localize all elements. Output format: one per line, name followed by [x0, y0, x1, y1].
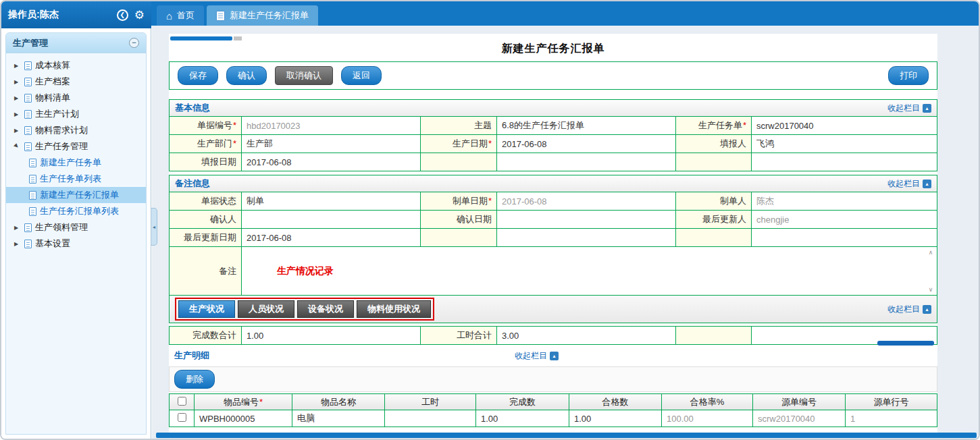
tab-production-status[interactable]: 生产状况: [178, 300, 235, 318]
remark-info-collapse-link[interactable]: 收起栏目 ▴: [887, 178, 931, 190]
last-updater-value: chengjie: [752, 211, 937, 229]
sidebar-item-material-requisition[interactable]: ▶ 生产领料管理: [6, 219, 146, 236]
sidebar-item-label: 生产任务汇报单列表: [40, 205, 119, 217]
dept-value[interactable]: 生产部: [242, 135, 421, 153]
form-row: 单据编号* hbd20170023 主题 6.8的生产任务汇报单 生产任务单* …: [170, 117, 937, 135]
status-collapse-link[interactable]: 收起栏目 ▴: [887, 304, 931, 315]
tab-equipment-status[interactable]: 设备状况: [297, 300, 354, 318]
tab-personnel-status[interactable]: 人员状况: [238, 300, 294, 318]
sidebar-item-cost-accounting[interactable]: ▶ 成本核算: [6, 57, 146, 74]
sidebar-item-master-production-plan[interactable]: ▶ 主生产计划: [6, 106, 146, 122]
form-row: 完成数合计 1.00 工时合计 3.00: [170, 327, 937, 345]
confirm-button[interactable]: 确认: [226, 66, 267, 85]
back-button[interactable]: 返回: [341, 66, 382, 85]
scrollbar-button[interactable]: [234, 36, 242, 40]
tab-home[interactable]: ⌂ 首页: [157, 5, 204, 26]
horizontal-scrollbar[interactable]: [170, 36, 936, 40]
select-all-cell: [170, 394, 195, 410]
document-icon: [24, 110, 32, 119]
save-button[interactable]: 保存: [178, 66, 218, 85]
app-window: 操作员:陈杰 ❮ ⚙ ⌂ 首页 新建生产任务汇报单 生产管理 − ▶: [0, 0, 980, 440]
work-hours-cell[interactable]: [385, 410, 476, 427]
note-textarea[interactable]: 生产情况记录 ∧∨: [242, 247, 937, 296]
confirm-date-value: [497, 211, 676, 229]
sidebar-item-mrp[interactable]: ▶ 物料需求计划: [6, 122, 146, 138]
subject-value[interactable]: 6.8的生产任务汇报单: [497, 117, 676, 135]
document-icon: [24, 126, 32, 135]
sidebar-item-task-management[interactable]: ▶ 生产任务管理: [6, 138, 146, 155]
delete-button[interactable]: 删除: [174, 370, 215, 389]
sidebar-item-basic-settings[interactable]: ▶ 基本设置: [6, 236, 146, 252]
prod-date-value[interactable]: 2017-06-08: [497, 135, 676, 153]
detail-collapse-link[interactable]: 收起栏目 ▴: [515, 350, 559, 362]
confirmer-value: [242, 211, 421, 229]
select-all-checkbox[interactable]: [178, 397, 186, 406]
back-icon[interactable]: ❮: [117, 9, 128, 21]
sidebar-item-production-archives[interactable]: ▶ 生产档案: [6, 74, 146, 90]
source-doc-no-cell: scrw20170040: [753, 410, 846, 427]
task-no-value[interactable]: scrw20170040: [752, 117, 937, 135]
cancel-confirm-button[interactable]: 取消确认: [275, 66, 333, 85]
scroll-up-icon[interactable]: ∧: [929, 249, 933, 256]
detail-table: 物品编号* 物品名称 工时 完成数 合格数 合格率% 源单编号 源单行号 WPB…: [169, 393, 937, 427]
sidebar-item-new-task-report[interactable]: 新建生产任务汇报单: [6, 187, 146, 203]
sidebar-item-label: 生产领料管理: [35, 221, 88, 233]
gear-icon[interactable]: ⚙: [134, 9, 145, 21]
task-no-label: 生产任务单*: [676, 117, 752, 135]
titlebar-icons: ❮ ⚙: [117, 9, 145, 21]
form-row: 单据状态 制单 制单日期* 2017-06-08 制单人 陈杰: [170, 192, 937, 211]
sidebar-item-bom[interactable]: ▶ 物料清单: [6, 90, 146, 106]
totals-section: 完成数合计 1.00 工时合计 3.00: [169, 326, 937, 345]
remark-info-table: 单据状态 制单 制单日期* 2017-06-08 制单人 陈杰 确认人 确认日期…: [169, 192, 937, 296]
document-icon: [24, 142, 32, 151]
required-asterisk: *: [488, 138, 492, 148]
expanded-arrow-icon: ▶: [13, 142, 22, 150]
reporter-label: 填报人: [676, 135, 752, 153]
expand-arrow-icon: ▶: [14, 63, 21, 69]
item-name-cell[interactable]: 电脑: [292, 410, 385, 427]
scrollbar-thumb[interactable]: [170, 36, 232, 40]
tab-new-task-report[interactable]: 新建生产任务汇报单: [207, 5, 318, 26]
document-icon: [29, 207, 36, 216]
item-code-cell[interactable]: WPBH000005: [195, 410, 292, 427]
empty-label-cell: [676, 153, 752, 171]
sidebar-item-label: 新建生产任务汇报单: [40, 189, 119, 201]
expand-arrow-icon: ▶: [14, 111, 21, 117]
titlebar: 操作员:陈杰 ❮ ⚙: [1, 1, 151, 28]
completed-qty-cell[interactable]: 1.00: [476, 410, 569, 427]
sidebar-item-new-task[interactable]: 新建生产任务单: [6, 155, 146, 171]
empty-value-cell: [752, 153, 937, 171]
sidebar-collapse-handle[interactable]: ◂: [151, 208, 157, 246]
dept-label: 生产部门*: [170, 135, 242, 153]
col-completed-qty: 完成数: [476, 394, 569, 410]
scroll-down-icon[interactable]: ∨: [929, 286, 933, 293]
print-button[interactable]: 打印: [888, 66, 929, 85]
note-scrollbar[interactable]: ∧∨: [926, 249, 935, 293]
collapse-panel-icon[interactable]: −: [129, 38, 139, 48]
reporter-value[interactable]: 飞鸿: [752, 135, 937, 153]
create-date-label: 制单日期*: [421, 192, 497, 211]
qualified-qty-cell[interactable]: 1.00: [569, 410, 662, 427]
basic-info-section-header: 基本信息 收起栏目 ▴: [169, 99, 937, 116]
content-card: 新建生产任务汇报单 保存 确认 取消确认 返回 打印 基本信息 收起栏目 ▴ 单…: [169, 34, 937, 433]
col-source-doc-no: 源单编号: [753, 394, 846, 410]
main-area: 新建生产任务汇报单 保存 确认 取消确认 返回 打印 基本信息 收起栏目 ▴ 单…: [152, 26, 979, 439]
sidebar-section-title: 生产管理: [13, 37, 48, 49]
sidebar-item-task-list[interactable]: 生产任务单列表: [6, 171, 146, 187]
collapse-label: 收起栏目: [515, 350, 547, 362]
sidebar-section-header[interactable]: 生产管理 −: [6, 33, 146, 53]
document-icon: [24, 78, 32, 86]
report-date-value[interactable]: 2017-06-08: [242, 153, 421, 171]
sidebar-item-task-report-list[interactable]: 生产任务汇报单列表: [6, 203, 146, 219]
tab-material-usage-status[interactable]: 物料使用状况: [357, 300, 431, 318]
basic-info-collapse-link[interactable]: 收起栏目 ▴: [887, 103, 931, 114]
col-item-code: 物品编号*: [195, 394, 292, 410]
required-asterisk: *: [259, 397, 263, 407]
bottom-scrollbar[interactable]: [156, 433, 977, 438]
empty-label-cell: [676, 229, 752, 247]
horizontal-scrollbar-thumb[interactable]: [877, 341, 934, 346]
report-date-label: 填报日期: [170, 153, 242, 171]
row-checkbox[interactable]: [178, 413, 186, 422]
empty-value-cell: [497, 153, 676, 171]
required-asterisk: *: [233, 120, 236, 130]
